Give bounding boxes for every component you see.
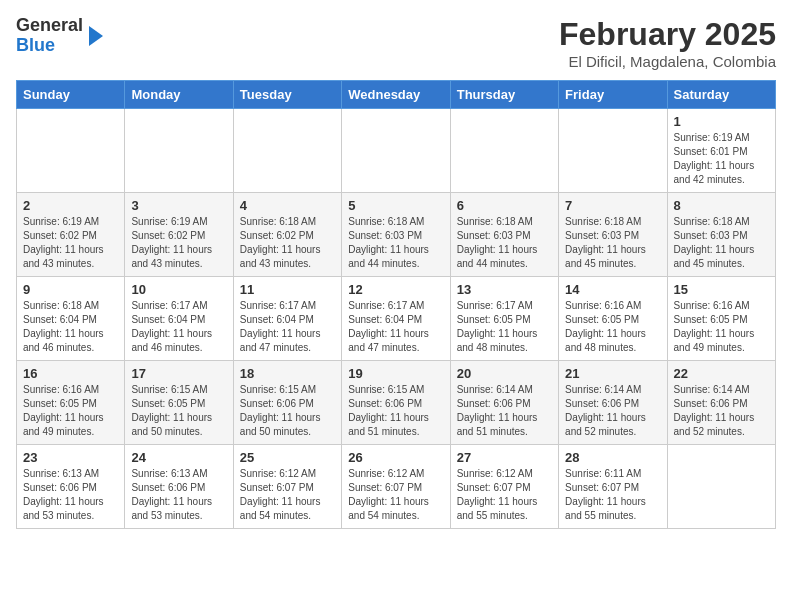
day-info: Sunrise: 6:17 AM Sunset: 6:04 PM Dayligh… xyxy=(240,299,335,355)
day-info: Sunrise: 6:15 AM Sunset: 6:06 PM Dayligh… xyxy=(348,383,443,439)
calendar-cell: 11Sunrise: 6:17 AM Sunset: 6:04 PM Dayli… xyxy=(233,277,341,361)
weekday-header-sunday: Sunday xyxy=(17,81,125,109)
calendar-cell: 6Sunrise: 6:18 AM Sunset: 6:03 PM Daylig… xyxy=(450,193,558,277)
calendar-cell: 17Sunrise: 6:15 AM Sunset: 6:05 PM Dayli… xyxy=(125,361,233,445)
day-info: Sunrise: 6:15 AM Sunset: 6:06 PM Dayligh… xyxy=(240,383,335,439)
calendar-cell: 1Sunrise: 6:19 AM Sunset: 6:01 PM Daylig… xyxy=(667,109,775,193)
day-number: 25 xyxy=(240,450,335,465)
calendar-body: 1Sunrise: 6:19 AM Sunset: 6:01 PM Daylig… xyxy=(17,109,776,529)
day-number: 14 xyxy=(565,282,660,297)
calendar-cell: 20Sunrise: 6:14 AM Sunset: 6:06 PM Dayli… xyxy=(450,361,558,445)
calendar-cell xyxy=(125,109,233,193)
calendar-cell: 21Sunrise: 6:14 AM Sunset: 6:06 PM Dayli… xyxy=(559,361,667,445)
calendar-cell: 7Sunrise: 6:18 AM Sunset: 6:03 PM Daylig… xyxy=(559,193,667,277)
day-number: 15 xyxy=(674,282,769,297)
day-number: 17 xyxy=(131,366,226,381)
calendar-cell: 4Sunrise: 6:18 AM Sunset: 6:02 PM Daylig… xyxy=(233,193,341,277)
week-row-4: 23Sunrise: 6:13 AM Sunset: 6:06 PM Dayli… xyxy=(17,445,776,529)
calendar-cell: 14Sunrise: 6:16 AM Sunset: 6:05 PM Dayli… xyxy=(559,277,667,361)
day-number: 24 xyxy=(131,450,226,465)
calendar-cell: 12Sunrise: 6:17 AM Sunset: 6:04 PM Dayli… xyxy=(342,277,450,361)
day-info: Sunrise: 6:17 AM Sunset: 6:04 PM Dayligh… xyxy=(131,299,226,355)
calendar-cell: 16Sunrise: 6:16 AM Sunset: 6:05 PM Dayli… xyxy=(17,361,125,445)
weekday-header-wednesday: Wednesday xyxy=(342,81,450,109)
day-number: 21 xyxy=(565,366,660,381)
day-info: Sunrise: 6:18 AM Sunset: 6:03 PM Dayligh… xyxy=(348,215,443,271)
day-info: Sunrise: 6:17 AM Sunset: 6:04 PM Dayligh… xyxy=(348,299,443,355)
page-header: General Blue February 2025 El Dificil, M… xyxy=(16,16,776,70)
day-info: Sunrise: 6:14 AM Sunset: 6:06 PM Dayligh… xyxy=(457,383,552,439)
day-number: 2 xyxy=(23,198,118,213)
day-info: Sunrise: 6:16 AM Sunset: 6:05 PM Dayligh… xyxy=(23,383,118,439)
weekday-header-tuesday: Tuesday xyxy=(233,81,341,109)
calendar-cell: 9Sunrise: 6:18 AM Sunset: 6:04 PM Daylig… xyxy=(17,277,125,361)
weekday-header-thursday: Thursday xyxy=(450,81,558,109)
day-info: Sunrise: 6:19 AM Sunset: 6:02 PM Dayligh… xyxy=(23,215,118,271)
day-number: 22 xyxy=(674,366,769,381)
day-info: Sunrise: 6:18 AM Sunset: 6:03 PM Dayligh… xyxy=(457,215,552,271)
day-number: 6 xyxy=(457,198,552,213)
calendar-cell: 24Sunrise: 6:13 AM Sunset: 6:06 PM Dayli… xyxy=(125,445,233,529)
day-number: 18 xyxy=(240,366,335,381)
weekday-header-saturday: Saturday xyxy=(667,81,775,109)
calendar-cell: 26Sunrise: 6:12 AM Sunset: 6:07 PM Dayli… xyxy=(342,445,450,529)
calendar-cell: 5Sunrise: 6:18 AM Sunset: 6:03 PM Daylig… xyxy=(342,193,450,277)
logo-arrow-icon xyxy=(89,26,103,46)
day-number: 7 xyxy=(565,198,660,213)
day-number: 23 xyxy=(23,450,118,465)
day-info: Sunrise: 6:12 AM Sunset: 6:07 PM Dayligh… xyxy=(457,467,552,523)
calendar-cell: 19Sunrise: 6:15 AM Sunset: 6:06 PM Dayli… xyxy=(342,361,450,445)
day-info: Sunrise: 6:18 AM Sunset: 6:03 PM Dayligh… xyxy=(674,215,769,271)
day-number: 10 xyxy=(131,282,226,297)
day-info: Sunrise: 6:19 AM Sunset: 6:01 PM Dayligh… xyxy=(674,131,769,187)
week-row-2: 9Sunrise: 6:18 AM Sunset: 6:04 PM Daylig… xyxy=(17,277,776,361)
day-number: 4 xyxy=(240,198,335,213)
day-info: Sunrise: 6:14 AM Sunset: 6:06 PM Dayligh… xyxy=(565,383,660,439)
calendar-cell xyxy=(450,109,558,193)
day-number: 1 xyxy=(674,114,769,129)
day-info: Sunrise: 6:12 AM Sunset: 6:07 PM Dayligh… xyxy=(348,467,443,523)
day-info: Sunrise: 6:17 AM Sunset: 6:05 PM Dayligh… xyxy=(457,299,552,355)
day-info: Sunrise: 6:15 AM Sunset: 6:05 PM Dayligh… xyxy=(131,383,226,439)
calendar-cell: 27Sunrise: 6:12 AM Sunset: 6:07 PM Dayli… xyxy=(450,445,558,529)
page-subtitle: El Dificil, Magdalena, Colombia xyxy=(559,53,776,70)
day-number: 27 xyxy=(457,450,552,465)
calendar-cell: 23Sunrise: 6:13 AM Sunset: 6:06 PM Dayli… xyxy=(17,445,125,529)
page-title: February 2025 xyxy=(559,16,776,53)
weekday-header-friday: Friday xyxy=(559,81,667,109)
calendar-cell: 18Sunrise: 6:15 AM Sunset: 6:06 PM Dayli… xyxy=(233,361,341,445)
calendar-cell: 28Sunrise: 6:11 AM Sunset: 6:07 PM Dayli… xyxy=(559,445,667,529)
calendar-cell xyxy=(667,445,775,529)
calendar-cell: 25Sunrise: 6:12 AM Sunset: 6:07 PM Dayli… xyxy=(233,445,341,529)
weekday-header-monday: Monday xyxy=(125,81,233,109)
day-number: 16 xyxy=(23,366,118,381)
calendar-cell: 8Sunrise: 6:18 AM Sunset: 6:03 PM Daylig… xyxy=(667,193,775,277)
calendar-cell: 10Sunrise: 6:17 AM Sunset: 6:04 PM Dayli… xyxy=(125,277,233,361)
day-info: Sunrise: 6:11 AM Sunset: 6:07 PM Dayligh… xyxy=(565,467,660,523)
day-number: 11 xyxy=(240,282,335,297)
day-number: 5 xyxy=(348,198,443,213)
day-info: Sunrise: 6:16 AM Sunset: 6:05 PM Dayligh… xyxy=(674,299,769,355)
weekday-row: SundayMondayTuesdayWednesdayThursdayFrid… xyxy=(17,81,776,109)
day-info: Sunrise: 6:12 AM Sunset: 6:07 PM Dayligh… xyxy=(240,467,335,523)
title-block: February 2025 El Dificil, Magdalena, Col… xyxy=(559,16,776,70)
logo-general-text: General xyxy=(16,15,83,35)
calendar-cell xyxy=(233,109,341,193)
day-info: Sunrise: 6:14 AM Sunset: 6:06 PM Dayligh… xyxy=(674,383,769,439)
day-info: Sunrise: 6:18 AM Sunset: 6:04 PM Dayligh… xyxy=(23,299,118,355)
calendar-cell: 13Sunrise: 6:17 AM Sunset: 6:05 PM Dayli… xyxy=(450,277,558,361)
day-info: Sunrise: 6:18 AM Sunset: 6:02 PM Dayligh… xyxy=(240,215,335,271)
calendar-cell xyxy=(342,109,450,193)
calendar-cell xyxy=(17,109,125,193)
calendar-cell: 3Sunrise: 6:19 AM Sunset: 6:02 PM Daylig… xyxy=(125,193,233,277)
day-info: Sunrise: 6:19 AM Sunset: 6:02 PM Dayligh… xyxy=(131,215,226,271)
day-number: 9 xyxy=(23,282,118,297)
logo-blue-text: Blue xyxy=(16,35,55,55)
calendar-cell xyxy=(559,109,667,193)
calendar-cell: 15Sunrise: 6:16 AM Sunset: 6:05 PM Dayli… xyxy=(667,277,775,361)
day-info: Sunrise: 6:18 AM Sunset: 6:03 PM Dayligh… xyxy=(565,215,660,271)
day-info: Sunrise: 6:16 AM Sunset: 6:05 PM Dayligh… xyxy=(565,299,660,355)
day-number: 12 xyxy=(348,282,443,297)
day-number: 13 xyxy=(457,282,552,297)
logo: General Blue xyxy=(16,16,103,56)
